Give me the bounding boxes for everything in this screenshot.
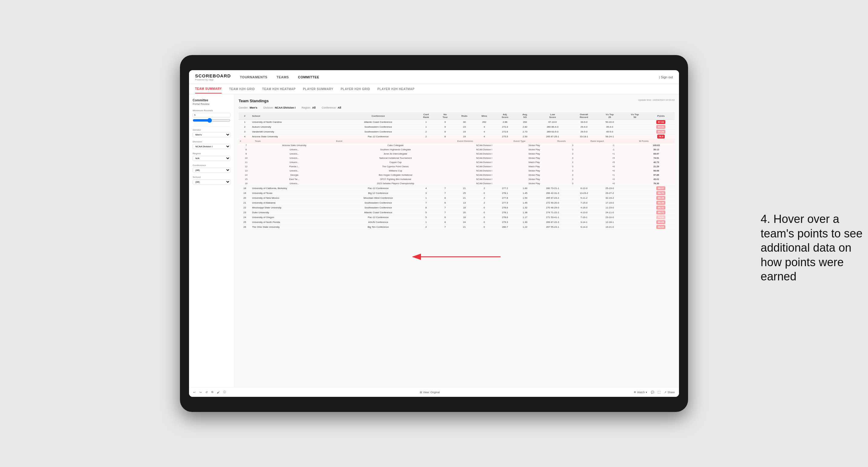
sidebar-region-label: Region <box>193 152 230 155</box>
exp-row: 14GeorgiaBen Hogan Collegiate Invitation… <box>239 173 675 177</box>
cell-tours: 9 <box>436 120 454 125</box>
main-content: Committee Portal Review Minimum Rounds G… <box>189 94 679 387</box>
filter-conference-label: Conference: <box>321 106 336 109</box>
table-row[interactable]: 20University of New MexicoMountain West … <box>239 196 675 200</box>
content-area: Team Standings Update time: 13/03/2024 1… <box>235 94 679 387</box>
reset-button[interactable]: ↺ <box>205 391 208 394</box>
col-vs50: Vs Top50 <box>622 112 647 120</box>
chevron-down-icon: ▾ <box>646 391 647 394</box>
share-button[interactable]: ↗ Share <box>664 391 675 394</box>
table-row[interactable]: 2Auburn UniversitySoutheastern Conferenc… <box>239 125 675 129</box>
sidebar-gender-select[interactable]: Men's Women's <box>193 132 230 137</box>
subnav-team-summary[interactable]: TEAM SUMMARY <box>195 85 222 93</box>
col-avg-sg: Avg.SG <box>516 112 534 120</box>
sidebar-section-division: Division NCAA Division I NCAA Division I… <box>193 141 230 149</box>
exp-row: 7Arizona State UniversityCabo Collegiate… <box>239 143 675 148</box>
paint-button[interactable]: 🖌 <box>217 391 220 394</box>
sidebar-section-region: Region N/A All <box>193 152 230 161</box>
sidebar-rounds-range[interactable] <box>193 118 230 123</box>
table-row[interactable]: 23Duke UniversityAtlantic Coast Conferen… <box>239 210 675 215</box>
comment-button[interactable]: 💬 <box>651 391 654 394</box>
expanded-table: # Team Event Event Division Event Type R… <box>239 139 675 186</box>
annotation-block: 4. Hover over a team's points to see add… <box>761 212 864 284</box>
exp-row: 11Univers...Copper CupNCAA Division IMat… <box>239 160 675 164</box>
col-wins: Wins <box>474 112 494 120</box>
subnav-team-h2h-heatmap[interactable]: TEAM H2H HEATMAP <box>262 85 296 93</box>
table-row[interactable]: 26The Ohio State UniversityBig Ten Confe… <box>239 225 675 229</box>
exp-row: 12Florida I...The Cypress Point ClassicN… <box>239 164 675 169</box>
undo-button[interactable]: ↩ <box>193 391 196 394</box>
filter-conference: Conference: All <box>321 106 341 109</box>
col-rnds: Rnds <box>454 112 474 120</box>
cell-adj: 2.86 <box>494 120 516 125</box>
share-label: Share <box>668 391 675 394</box>
exp-col-div: Event Division <box>456 139 512 143</box>
table-row[interactable]: 25University of North FloridaASUN Confer… <box>239 220 675 225</box>
filter-division-label: Division: <box>264 106 274 109</box>
table-row[interactable]: 3Vanderbilt UniversitySoutheastern Confe… <box>239 129 675 134</box>
sidebar-conference-label: Conference <box>193 164 230 167</box>
exp-col-rounds: Rounds <box>556 139 589 143</box>
filter-region-value: All <box>312 106 316 109</box>
sidebar: Committee Portal Review Minimum Rounds G… <box>189 94 235 387</box>
table-row[interactable]: 1 University of North Carolina Atlantic … <box>239 120 675 125</box>
sidebar-gender-label: Gender <box>193 129 230 131</box>
col-overall: OverallRecord <box>571 112 597 120</box>
nav-teams[interactable]: TEAMS <box>276 74 289 80</box>
sidebar-conference-select[interactable]: (All) <box>193 167 230 173</box>
cell-conf-rank: 1 <box>416 120 436 125</box>
exp-row: 8Univers...Southern Highlands Collegiate… <box>239 148 675 152</box>
table-row[interactable]: 18University of California, BerkeleyPac-… <box>239 186 675 191</box>
subnav-team-h2h-grid[interactable]: TEAM H2H GRID <box>229 85 255 93</box>
redo-button[interactable]: ↪ <box>199 391 202 394</box>
subnav-player-h2h-grid[interactable]: PLAYER H2H GRID <box>341 85 370 93</box>
cell-wins: 262 <box>474 120 494 125</box>
top-nav: SCOREBOARD Powered by clipp TOURNAMENTS … <box>189 70 679 84</box>
cell-rnds: 30 <box>454 120 474 125</box>
sign-out-link[interactable]: Sign out <box>661 75 673 79</box>
expanded-detail-row: # Team Event Event Division Event Type R… <box>239 139 675 186</box>
standings-table: # School Conference ConfRank NoTour Rnds… <box>239 112 675 229</box>
filter-conference-value: All <box>338 106 341 109</box>
table-row[interactable]: 24University of OregonPac-12 Conference … <box>239 215 675 220</box>
col-conf-rank: ConfRank <box>416 112 436 120</box>
col-points: Points <box>647 112 675 120</box>
sidebar-region-select[interactable]: N/A All <box>193 156 230 161</box>
sidebar-section-conference: Conference (All) <box>193 164 230 173</box>
table-row[interactable]: 22Mississippi State UniversitySoutheaste… <box>239 206 675 210</box>
col-vs25: Vs Top25 <box>597 112 622 120</box>
nav-tournaments[interactable]: TOURNAMENTS <box>240 74 267 80</box>
sidebar-school-label: School <box>193 176 230 179</box>
filter-gender-label: Gender: <box>239 106 249 109</box>
copy-button[interactable]: ⧉ <box>211 391 213 394</box>
subnav-player-h2h-heatmap[interactable]: PLAYER H2H HEATMAP <box>377 85 415 93</box>
view-original-button[interactable]: ⊞ View: Original <box>420 391 440 394</box>
sidebar-rounds-input[interactable] <box>193 113 230 117</box>
filter-division-value: NCAA Division I <box>275 106 296 109</box>
logo-sub: Powered by clipp <box>195 78 231 81</box>
tablet-frame: SCOREBOARD Powered by clipp TOURNAMENTS … <box>180 55 688 412</box>
sidebar-school-select[interactable]: (All) <box>193 179 230 185</box>
subnav-player-summary[interactable]: PLAYER SUMMARY <box>303 85 333 93</box>
table-row[interactable]: 21University of AlabamaSoutheastern Conf… <box>239 200 675 206</box>
nav-items: TOURNAMENTS TEAMS COMMITTEE <box>240 74 659 80</box>
exp-row: 16Univers...2023 Sahalee Players Champio… <box>239 182 675 186</box>
eye-icon: 👁 <box>633 391 636 394</box>
cell-conf: Atlantic Coast Conference <box>340 120 416 125</box>
cell-points[interactable]: 97.02 <box>647 120 675 125</box>
sidebar-division-select[interactable]: NCAA Division I NCAA Division II <box>193 144 230 149</box>
filters-row: Gender: Men's Division: NCAA Division I … <box>239 106 675 109</box>
exp-col-event: Event <box>335 139 456 143</box>
sidebar-section-rounds: Minimum Rounds <box>193 109 230 123</box>
watch-button[interactable]: 👁 Watch ▾ <box>633 391 647 394</box>
table-row-arizona[interactable]: 4Arizona State UniversityPac-12 Conferen… <box>239 134 675 139</box>
exp-row: 13Univers...Williams CupNCAA Division IS… <box>239 169 675 173</box>
nav-committee[interactable]: COMMITTEE <box>298 74 319 80</box>
col-conference: Conference <box>340 112 416 120</box>
fullscreen-button[interactable]: ⛶ <box>658 391 660 394</box>
view-original-icon: ⊞ <box>420 391 422 394</box>
info-button[interactable]: ⓘ <box>223 390 226 394</box>
table-row[interactable]: 19University of TexasBig 12 Conference 3… <box>239 191 675 196</box>
exp-col-rank: Rank Impact <box>589 139 638 143</box>
view-original-label: View: Original <box>423 391 440 394</box>
